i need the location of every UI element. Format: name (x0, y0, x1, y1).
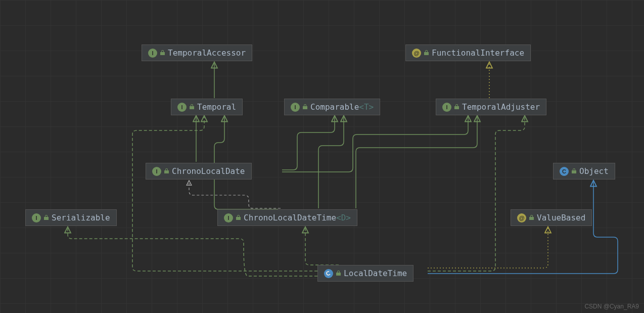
lock-icon (336, 271, 341, 276)
node-temporal[interactable]: I Temporal (171, 99, 243, 115)
node-chrono-local-date-time[interactable]: I ChronoLocalDateTime<D> (217, 209, 357, 226)
interface-icon: I (291, 103, 300, 112)
node-object[interactable]: C Object (553, 163, 615, 180)
interface-icon: I (442, 103, 451, 112)
node-label: FunctionalInterface (432, 48, 524, 58)
lock-icon (236, 215, 241, 220)
interface-icon: I (152, 167, 161, 176)
lock-icon (44, 215, 49, 220)
lock-icon (164, 169, 169, 173)
node-label: Comparable<T> (310, 102, 374, 112)
interface-icon: I (32, 213, 41, 222)
node-comparable[interactable]: I Comparable<T> (284, 99, 380, 115)
lock-icon (303, 105, 307, 109)
node-label: ChronoLocalDate (172, 166, 245, 176)
node-chrono-local-date[interactable]: I ChronoLocalDate (146, 163, 252, 180)
annotation-icon: @ (517, 213, 526, 222)
node-label: Temporal (197, 102, 236, 112)
interface-icon: I (177, 103, 187, 112)
lock-icon (529, 215, 534, 220)
lock-icon (572, 169, 576, 173)
node-local-date-time[interactable]: LocalDateTime (317, 265, 413, 282)
node-label: LocalDateTime (344, 269, 407, 278)
lock-icon (424, 51, 429, 55)
node-temporal-accessor[interactable]: I TemporalAccessor (142, 44, 252, 61)
class-icon: C (560, 167, 569, 176)
watermark: CSDN @Cyan_RA9 (584, 303, 639, 310)
node-label: Serializable (52, 213, 110, 222)
interface-icon: I (224, 213, 233, 222)
node-value-based[interactable]: @ ValueBased (511, 209, 592, 226)
annotation-icon: @ (412, 49, 421, 58)
node-label: ChronoLocalDateTime<D> (244, 213, 351, 222)
class-icon (324, 269, 333, 278)
node-label: TemporalAccessor (168, 48, 246, 58)
node-functional-interface[interactable]: @ FunctionalInterface (405, 44, 531, 61)
node-label: ValueBased (537, 213, 585, 222)
lock-icon (160, 51, 165, 55)
lock-icon (454, 105, 459, 109)
node-label: Object (579, 166, 609, 176)
node-serializable[interactable]: I Serializable (25, 209, 117, 226)
interface-icon: I (148, 49, 157, 58)
node-label: TemporalAdjuster (462, 102, 540, 112)
node-temporal-adjuster[interactable]: I TemporalAdjuster (436, 99, 546, 115)
lock-icon (190, 105, 194, 109)
